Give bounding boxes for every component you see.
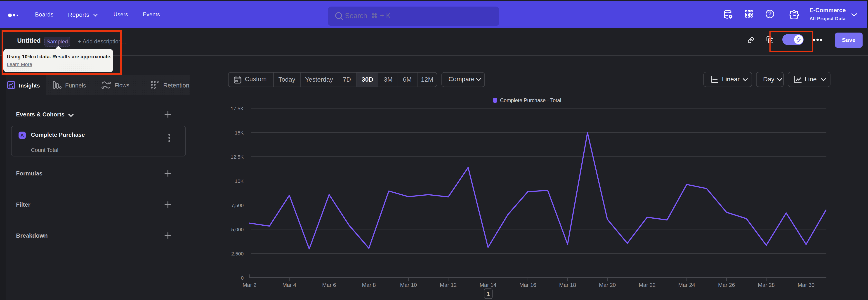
svg-text:Mar 8: Mar 8 (362, 282, 376, 288)
svg-text:Mar 24: Mar 24 (678, 282, 695, 288)
svg-text:10K: 10K (235, 178, 244, 184)
svg-text:Mar 14: Mar 14 (480, 282, 497, 288)
svg-text:0: 0 (241, 275, 244, 281)
svg-text:17.5K: 17.5K (231, 106, 244, 112)
svg-text:Mar 2: Mar 2 (243, 282, 256, 288)
svg-text:Mar 20: Mar 20 (599, 282, 616, 288)
svg-text:Mar 10: Mar 10 (400, 282, 417, 288)
svg-text:Mar 4: Mar 4 (282, 282, 296, 288)
svg-text:12.5K: 12.5K (231, 154, 244, 160)
svg-text:5,000: 5,000 (231, 227, 244, 232)
svg-text:Mar 16: Mar 16 (520, 282, 536, 288)
svg-text:Mar 12: Mar 12 (440, 282, 457, 288)
svg-text:Mar 30: Mar 30 (798, 282, 815, 288)
svg-text:2,500: 2,500 (231, 251, 244, 257)
svg-text:Mar 28: Mar 28 (758, 282, 775, 288)
svg-text:Mar 18: Mar 18 (559, 282, 576, 288)
svg-text:15K: 15K (235, 130, 244, 136)
svg-text:7,500: 7,500 (231, 203, 244, 208)
svg-text:Mar 22: Mar 22 (639, 282, 656, 288)
svg-text:Mar 26: Mar 26 (718, 282, 735, 288)
svg-text:Mar 6: Mar 6 (322, 282, 336, 288)
